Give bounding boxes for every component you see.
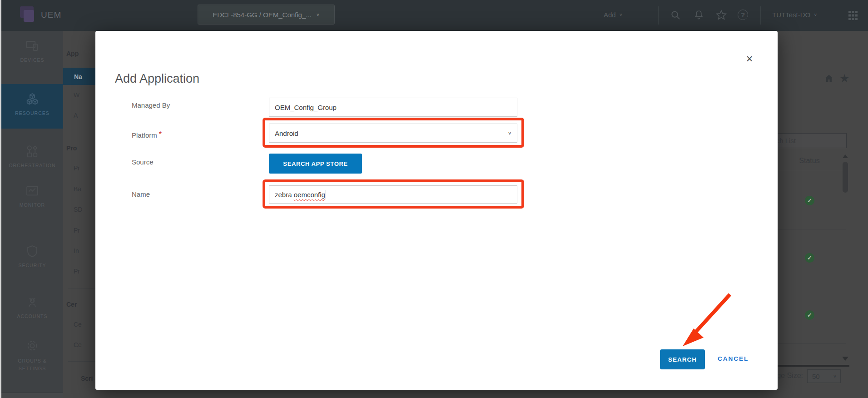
status-column-header[interactable]: Status [791, 157, 828, 165]
name-input[interactable]: zebra oemconfig [269, 185, 517, 204]
orchestration-icon [25, 152, 39, 159]
required-asterisk: * [159, 130, 162, 138]
subnav-item[interactable]: W [74, 91, 79, 99]
resources-icon [25, 100, 39, 107]
subnav-divider [68, 132, 97, 132]
chevron-down-icon: ∨ [833, 374, 837, 378]
top-bar: UEM EDCL-854-GG / OEM_Config_... ∨ Add ∨… [0, 0, 868, 31]
table-row-divider [778, 343, 846, 343]
subnav-item[interactable]: SD [74, 206, 82, 213]
sidebar-item-devices[interactable]: DEVICES [1, 39, 63, 63]
subnav-item[interactable]: Ba [74, 185, 81, 193]
window-edge [0, 0, 1, 398]
table-header-divider [778, 171, 846, 171]
table-bottom-border [778, 365, 849, 367]
scrollbar-thumb[interactable] [843, 162, 848, 193]
sidebar-item-orchestration[interactable]: ORCHESTRATION [1, 144, 63, 168]
devices-icon [25, 46, 39, 54]
misspelled-word: oemconfig [294, 191, 325, 199]
chevron-down-icon: ∨ [619, 12, 623, 17]
search-app-store-button[interactable]: SEARCH APP STORE [269, 154, 362, 174]
subnav-item[interactable]: A [74, 112, 78, 119]
name-label: Name [132, 190, 150, 198]
sidebar-item-accounts[interactable]: ACCOUNTS [1, 295, 63, 319]
subnav-item[interactable]: Ce [74, 341, 82, 348]
managed-by-label: Managed By [132, 101, 170, 109]
dropdown-caret-icon[interactable] [842, 357, 848, 361]
sidebar-item-monitor[interactable]: MONITOR [1, 184, 63, 208]
add-menu[interactable]: Add ∨ [604, 11, 623, 19]
bell-icon[interactable] [694, 10, 704, 22]
page-size-select[interactable]: 50 ∨ [807, 369, 841, 383]
subnav-divider [68, 361, 97, 362]
modal-title: Add Application [115, 72, 199, 86]
subnav-header: App [66, 50, 79, 57]
sidebar-item-groups-settings[interactable]: GROUPS & SETTINGS [1, 339, 63, 373]
gear-icon [25, 346, 39, 354]
chevron-down-icon: ∨ [316, 12, 320, 17]
subnav-item[interactable]: Pr [74, 227, 80, 234]
shield-icon [25, 252, 39, 259]
annotation-arrow-icon [672, 286, 745, 359]
star-icon[interactable] [716, 10, 727, 22]
sidebar-footer [1, 393, 63, 398]
chevron-down-icon: ∨ [813, 12, 817, 17]
topbar-separator [658, 6, 659, 25]
status-check-icon: ✓ [805, 253, 814, 263]
managed-by-input[interactable]: OEM_Config_Group [269, 98, 517, 117]
scrollbar-up-icon[interactable] [843, 154, 848, 158]
search-icon[interactable] [670, 10, 681, 22]
topbar-separator [760, 6, 761, 25]
subnav-item[interactable]: Ce [74, 321, 82, 328]
organization-group-selector[interactable]: EDCL-854-GG / OEM_Config_... ∨ [198, 5, 335, 25]
subnav-header: Scri [81, 375, 93, 382]
uem-logo-icon [20, 6, 37, 24]
subnav-item[interactable]: Pr [74, 164, 80, 172]
home-icon[interactable] [824, 74, 834, 85]
brand-title: UEM [41, 10, 61, 20]
app-grid-icon[interactable] [848, 10, 858, 23]
table-row-divider [778, 286, 846, 286]
sidebar-item-resources[interactable]: RESOURCES [1, 84, 63, 129]
platform-select[interactable]: Android ∨ [269, 124, 517, 143]
subnav-item[interactable]: Na [74, 73, 82, 80]
sidebar-item-security[interactable]: SECURITY [1, 244, 63, 268]
subnav-header: Pro [66, 144, 77, 152]
accounts-icon [25, 303, 39, 310]
subnav-divider [68, 289, 97, 289]
subnav-item[interactable]: In [74, 247, 79, 254]
status-check-icon: ✓ [805, 310, 814, 320]
table-row-divider [778, 229, 846, 229]
chevron-down-icon: ∨ [508, 131, 511, 135]
account-menu[interactable]: TUTTest-DO ∨ [772, 11, 817, 19]
close-icon[interactable]: × [744, 51, 755, 66]
status-check-icon: ✓ [805, 196, 814, 205]
subnav-item[interactable]: Pr [74, 268, 80, 275]
platform-label: Platform* [132, 130, 162, 139]
monitor-icon [25, 191, 39, 199]
text-caret [326, 190, 327, 199]
source-label: Source [132, 158, 154, 166]
help-icon[interactable]: ? [738, 10, 748, 20]
favorite-star-icon[interactable]: ★ [839, 72, 849, 85]
main-sidebar: DEVICES RESOURCES ORCHESTRATION MONITOR … [1, 31, 63, 393]
subnav-header: Cer [66, 301, 77, 308]
